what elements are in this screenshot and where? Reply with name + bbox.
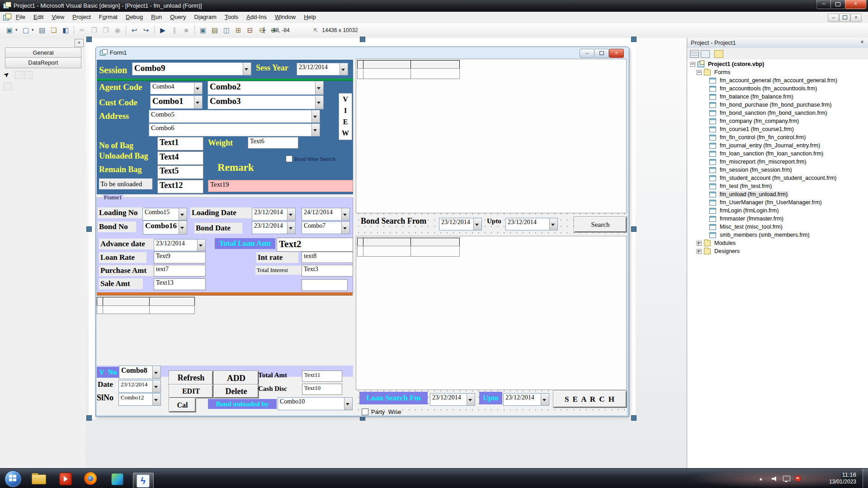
loan-result-grid-area[interactable] <box>356 236 627 390</box>
tree-item-fm_journal_entry[interactable]: fm_journal_entry (fm_Journal_entry.frm) <box>687 141 868 150</box>
expand-icon[interactable] <box>697 249 702 254</box>
remain-bag-field[interactable]: Text5 <box>157 165 203 179</box>
total-interest-field[interactable]: Text3 <box>302 265 353 277</box>
menu-view[interactable]: View <box>47 12 68 23</box>
cust-name-combo[interactable]: Combo3 <box>208 95 324 109</box>
toolbox-icon[interactable]: ⊟ <box>245 25 255 36</box>
save-project-icon[interactable]: ◧ <box>60 25 71 36</box>
close-button[interactable]: × <box>845 0 866 9</box>
tree-item-fm_course1[interactable]: fm_course1 (fm_course1.frm) <box>687 125 868 133</box>
slno-combo[interactable]: Combo12 <box>118 393 161 406</box>
cash-disc-field[interactable]: Text10 <box>302 384 342 395</box>
loading-no-combo[interactable]: Combo15 <box>142 208 187 221</box>
open-project-icon[interactable]: ❏ <box>48 25 59 36</box>
toggle-folders-icon[interactable] <box>714 50 723 58</box>
agent-code-combo[interactable]: Combo4 <box>150 82 203 94</box>
cal-button[interactable]: Cal <box>169 398 196 412</box>
loading-date-combo[interactable]: 23/12/2014 <box>252 208 296 221</box>
int-rate-field[interactable]: text8 <box>302 252 353 263</box>
start-button[interactable] <box>5 470 22 488</box>
project-explorer-icon[interactable]: ▣ <box>198 25 208 36</box>
end-icon[interactable]: ■ <box>181 25 192 36</box>
menu-format[interactable]: Format <box>95 12 122 23</box>
view-code-icon[interactable] <box>690 50 699 58</box>
toolbox-tool-icon[interactable] <box>15 71 23 79</box>
photos-taskbar-icon[interactable] <box>108 472 126 485</box>
party-wise-checkbox[interactable]: Party Wise <box>362 408 401 415</box>
tree-item-fm_bond_sanction[interactable]: fm_bond_sanction (fm_bond_sanction.frm) <box>687 109 868 117</box>
explorer-taskbar-icon[interactable] <box>30 472 48 485</box>
tree-item-fm_bond_purchase[interactable]: fm_bond_purchase (fm_bond_purchase.frm) <box>687 101 868 109</box>
cut-icon[interactable]: ✂ <box>77 25 88 36</box>
selection-handle[interactable] <box>360 37 365 42</box>
collapse-icon[interactable] <box>697 70 702 75</box>
taskbar-clock[interactable]: 11:16 13/01/2023 <box>829 471 856 485</box>
form-maximize-button[interactable] <box>594 49 609 58</box>
tree-item-fm_accounttools[interactable]: fm_accounttools (fm_accounttools.frm) <box>687 84 868 93</box>
bond-result-grid-area[interactable] <box>356 59 627 213</box>
empty-field[interactable] <box>302 279 348 291</box>
tree-item-fm_student_account[interactable]: fm_student_account (fm_student_account.f… <box>687 174 868 182</box>
text12-field[interactable]: Text12 <box>157 180 203 193</box>
tree-item-fm_loan_sanction[interactable]: fm_loan_sanction (fm_loan_sanction.frm) <box>687 150 868 158</box>
media-player-taskbar-icon[interactable] <box>56 472 74 485</box>
tree-item-fm_fin_control[interactable]: fm_fin_control (fm_fin_control.frm) <box>687 133 868 141</box>
menu-diagram[interactable]: Diagram <box>190 12 221 23</box>
form-layout-icon[interactable]: ◫ <box>221 25 232 36</box>
v-no-combo[interactable]: Combo8 <box>119 366 161 379</box>
form1-window[interactable]: Form1 – × Session Combo9 Sess Year 23/12… <box>95 47 629 417</box>
selection-handle[interactable] <box>86 226 92 232</box>
tree-item-smb_members[interactable]: smb_members (smb_members.frm) <box>687 231 868 239</box>
toolbox-tab-general[interactable]: General <box>5 47 81 58</box>
form-close-button[interactable]: × <box>609 49 624 58</box>
total-loan-amt-field[interactable]: Text2 <box>277 238 353 252</box>
weight-field[interactable]: Text6 <box>248 137 298 149</box>
tree-item-fm_company[interactable]: fm_company (fm_company.frm) <box>687 117 868 125</box>
combo7[interactable]: Combo7 <box>302 221 350 234</box>
find-icon[interactable]: ◉ <box>112 25 123 36</box>
collapse-icon[interactable] <box>690 62 695 67</box>
edit-button[interactable]: EDIT <box>169 385 213 398</box>
remark-field[interactable]: Text19 <box>208 180 353 192</box>
add-form-icon[interactable]: ▢ <box>20 25 31 36</box>
tree-item-modules[interactable]: Modules <box>687 239 868 247</box>
view-object-icon[interactable] <box>701 50 710 58</box>
bond-unloaded-by-combo[interactable]: Combo10 <box>278 397 353 410</box>
loan-search-button[interactable]: S E A R C H <box>553 391 627 408</box>
tree-item-misc_test[interactable]: Misc_test (misc_tool.frm) <box>687 223 868 231</box>
child-minimize-button[interactable]: – <box>828 14 839 22</box>
menu-project[interactable]: Project <box>68 12 94 23</box>
session-combo[interactable]: Combo9 <box>132 62 251 75</box>
add-project-icon[interactable]: ▣ <box>4 25 15 36</box>
start-icon[interactable]: ▶ <box>157 25 168 36</box>
bond-search-button[interactable]: Search <box>574 217 627 232</box>
expand-icon[interactable] <box>697 241 702 246</box>
sess-year-combo[interactable]: 23/12/2014 <box>297 63 348 75</box>
bond-search-upto-combo[interactable]: 23/12/2014 <box>505 218 558 230</box>
child-close-button[interactable]: × <box>850 14 862 22</box>
undo-icon[interactable]: ↩ <box>129 25 140 36</box>
minimize-button[interactable]: – <box>816 0 831 9</box>
tree-item-forms[interactable]: Forms <box>687 68 868 76</box>
advance-date-combo[interactable]: 23/12/2014 <box>154 239 206 251</box>
menu-addins[interactable]: Add-Ins <box>242 12 271 23</box>
properties-window-icon[interactable]: ▤ <box>209 25 220 36</box>
selection-handle[interactable] <box>86 415 92 421</box>
paste-icon[interactable]: ❒ <box>100 25 111 36</box>
no-of-bag-field[interactable]: Text1 <box>157 137 203 150</box>
bond-search-from-combo[interactable]: 23/12/2014 <box>439 218 482 230</box>
project-panel-close-icon[interactable]: × <box>859 39 866 46</box>
pointer-tool-icon[interactable]: ➤ <box>2 70 11 80</box>
loan-result-grid[interactable] <box>357 238 459 256</box>
total-amt-field[interactable]: Text11 <box>302 371 342 382</box>
selection-handle[interactable] <box>631 37 637 42</box>
delete-button[interactable]: Delete <box>214 385 259 398</box>
show-desktop-button[interactable] <box>863 469 868 488</box>
selection-handle[interactable] <box>86 37 92 42</box>
tree-item-fm_balance[interactable]: fm_balance (fm_balance.frm) <box>687 93 868 101</box>
toolbox-tool-icon[interactable] <box>4 82 12 90</box>
address-combo-1[interactable]: Combo5 <box>149 110 320 123</box>
tree-item-fm_unload[interactable]: fm_unload (fm_unload.frm) <box>687 190 868 198</box>
left-data-grid[interactable] <box>97 297 194 314</box>
cust-code-combo[interactable]: Combo1 <box>150 95 203 109</box>
